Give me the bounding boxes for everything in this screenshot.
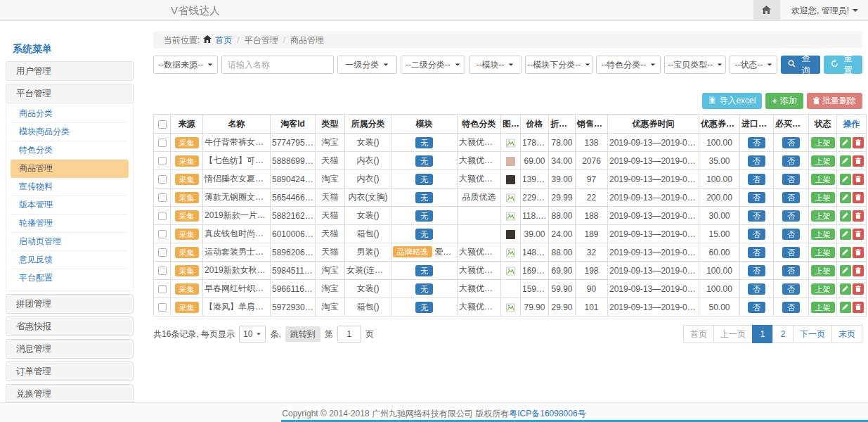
- jump-page-input[interactable]: [337, 326, 361, 343]
- sidebar-group-订单管理[interactable]: 订单管理: [6, 362, 134, 381]
- must-buy-badge[interactable]: 否: [782, 174, 800, 185]
- row-checkbox[interactable]: [158, 193, 167, 202]
- sidebar-group-用户管理[interactable]: 用户管理: [6, 61, 134, 81]
- status-select[interactable]: --状态--: [730, 56, 777, 74]
- delete-button[interactable]: [853, 210, 864, 222]
- import-select-badge[interactable]: 否: [748, 302, 765, 313]
- status-badge[interactable]: 上架: [811, 247, 835, 258]
- import-excel-button[interactable]: 导入excel: [702, 93, 762, 109]
- edit-button[interactable]: [840, 137, 851, 148]
- status-badge[interactable]: 上架: [811, 229, 835, 240]
- sidebar-group-拼团管理[interactable]: 拼团管理: [6, 294, 134, 314]
- row-checkbox[interactable]: [158, 139, 167, 147]
- sidebar-group-平台管理[interactable]: 平台管理: [6, 84, 134, 103]
- status-badge[interactable]: 上架: [811, 210, 835, 222]
- import-select-badge[interactable]: 否: [748, 247, 765, 258]
- jump-button[interactable]: 跳转到: [285, 326, 320, 342]
- must-buy-badge[interactable]: 否: [782, 247, 800, 258]
- page-button-下一页[interactable]: 下一页: [793, 325, 832, 343]
- sidebar-item-宣传物料[interactable]: 宣传物料: [11, 178, 129, 196]
- select-all-checkbox[interactable]: [158, 120, 167, 129]
- delete-button[interactable]: [853, 229, 864, 240]
- delete-button[interactable]: [853, 192, 864, 203]
- edit-button[interactable]: [840, 210, 851, 222]
- level1-category-select[interactable]: 一级分类: [337, 56, 397, 74]
- sidebar-item-意见反馈[interactable]: 意见反馈: [11, 251, 129, 269]
- breadcrumb-home-link[interactable]: 首页: [215, 32, 232, 48]
- import-select-badge[interactable]: 否: [748, 137, 765, 148]
- add-button[interactable]: + 添加: [765, 93, 803, 109]
- must-buy-badge[interactable]: 否: [782, 210, 800, 222]
- edit-button[interactable]: [840, 247, 851, 258]
- sidebar-item-商品管理[interactable]: 商品管理: [11, 160, 129, 178]
- delete-button[interactable]: [853, 155, 864, 167]
- must-buy-badge[interactable]: 否: [782, 302, 800, 313]
- row-checkbox[interactable]: [158, 230, 167, 238]
- sidebar-item-启动页管理[interactable]: 启动页管理: [11, 233, 129, 251]
- import-select-badge[interactable]: 否: [748, 210, 765, 222]
- feature-category-select[interactable]: --特色分类--: [596, 56, 661, 74]
- edit-button[interactable]: [840, 283, 851, 295]
- import-select-badge[interactable]: 否: [748, 174, 765, 185]
- status-badge[interactable]: 上架: [811, 192, 835, 203]
- import-select-badge[interactable]: 否: [748, 192, 765, 203]
- name-input[interactable]: [221, 56, 334, 74]
- status-badge[interactable]: 上架: [811, 283, 835, 295]
- batch-delete-button[interactable]: 批量删除: [807, 93, 862, 109]
- reset-button[interactable]: 重置: [824, 56, 862, 74]
- edit-button[interactable]: [840, 174, 851, 185]
- sidebar-item-轮播管理[interactable]: 轮播管理: [11, 215, 129, 233]
- row-checkbox[interactable]: [158, 248, 167, 257]
- sidebar-item-特色分类[interactable]: 特色分类: [11, 141, 129, 160]
- sidebar-item-模块商品分类[interactable]: 模块商品分类: [11, 123, 129, 141]
- sidebar-item-平台配置[interactable]: 平台配置: [11, 269, 129, 288]
- delete-button[interactable]: [853, 137, 864, 148]
- status-badge[interactable]: 上架: [811, 302, 835, 313]
- edit-button[interactable]: [840, 192, 851, 203]
- delete-button[interactable]: [853, 247, 864, 258]
- must-buy-badge[interactable]: 否: [782, 265, 800, 276]
- row-checkbox[interactable]: [158, 303, 167, 312]
- module-select[interactable]: --模块--: [469, 56, 522, 74]
- search-button[interactable]: 查询: [781, 56, 820, 74]
- row-checkbox[interactable]: [158, 157, 167, 165]
- page-button-首页[interactable]: 首页: [683, 325, 714, 343]
- edit-button[interactable]: [840, 302, 851, 313]
- import-select-badge[interactable]: 否: [748, 265, 765, 276]
- item-type-select[interactable]: --宝贝类型--: [664, 56, 726, 74]
- edit-button[interactable]: [840, 265, 851, 276]
- must-buy-badge[interactable]: 否: [782, 192, 800, 203]
- home-button[interactable]: [753, 0, 780, 21]
- must-buy-badge[interactable]: 否: [782, 137, 800, 148]
- user-menu[interactable]: 欢迎您, 管理员!: [780, 5, 868, 17]
- status-badge[interactable]: 上架: [811, 174, 835, 185]
- row-checkbox[interactable]: [158, 212, 167, 220]
- import-select-badge[interactable]: 否: [748, 283, 765, 295]
- icp-link[interactable]: 粤ICP备16098006号: [509, 409, 585, 418]
- page-button-1[interactable]: 1: [752, 325, 773, 343]
- delete-button[interactable]: [853, 302, 864, 313]
- sidebar-group-兑换管理[interactable]: 兑换管理: [6, 384, 134, 404]
- status-badge[interactable]: 上架: [811, 265, 835, 276]
- row-checkbox[interactable]: [158, 175, 167, 184]
- page-button-上一页[interactable]: 上一页: [713, 325, 753, 343]
- status-badge[interactable]: 上架: [811, 137, 835, 148]
- row-checkbox[interactable]: [158, 267, 167, 275]
- edit-button[interactable]: [840, 155, 851, 167]
- sidebar-item-版本管理[interactable]: 版本管理: [11, 196, 129, 215]
- page-button-末页[interactable]: 末页: [831, 325, 862, 343]
- delete-button[interactable]: [853, 265, 864, 276]
- page-button-2[interactable]: 2: [772, 325, 793, 343]
- edit-button[interactable]: [840, 229, 851, 240]
- module-sub-category-select[interactable]: --模块下分类--: [525, 56, 592, 74]
- level2-category-select[interactable]: --二级分类--: [401, 56, 465, 74]
- data-source-select[interactable]: --数据来源--: [153, 56, 218, 74]
- must-buy-badge[interactable]: 否: [782, 283, 800, 295]
- page-size-select[interactable]: 10: [239, 326, 266, 343]
- sidebar-group-省惠快报[interactable]: 省惠快报: [6, 316, 134, 336]
- import-select-badge[interactable]: 否: [748, 155, 765, 167]
- delete-button[interactable]: [853, 283, 864, 295]
- must-buy-badge[interactable]: 否: [782, 229, 800, 240]
- import-select-badge[interactable]: 否: [748, 229, 765, 240]
- sidebar-item-商品分类[interactable]: 商品分类: [11, 105, 129, 123]
